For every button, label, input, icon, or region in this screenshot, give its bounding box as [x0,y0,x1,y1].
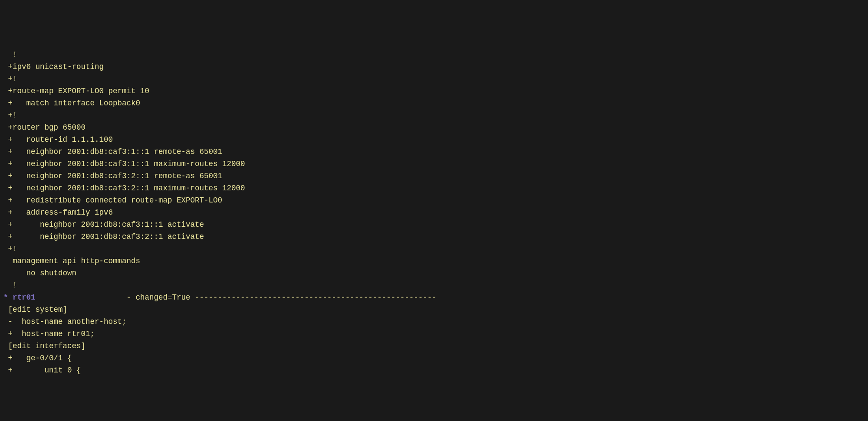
terminal-text-segment: + neighbor 2001:db8:caf3:1::1 activate [3,220,204,229]
terminal-text-segment: ! [3,281,17,290]
terminal-line: + ge-0/0/1 { [3,352,865,364]
terminal-text-segment: + neighbor 2001:db8:caf3:2::1 remote-as … [3,172,222,180]
terminal-text-segment: + ge-0/0/1 { [3,354,72,362]
terminal-line: [edit system] [3,304,865,316]
terminal-line: +! [3,109,865,121]
terminal-text-segment: + neighbor 2001:db8:caf3:1::1 remote-as … [3,147,222,156]
terminal-line: management api http-commands [3,255,865,267]
terminal-text-segment: +! [3,75,17,83]
terminal-line: +router bgp 65000 [3,121,865,134]
terminal-text-segment: * [3,293,13,302]
terminal-line: + router-id 1.1.1.100 [3,134,865,146]
terminal-text-segment: ! [3,50,17,59]
terminal-text-segment: - host-name another-host; [3,317,127,326]
terminal-line: + host-name rtr01; [3,328,865,340]
terminal-line: +route-map EXPORT-LO0 permit 10 [3,85,865,97]
terminal-text-segment: + redistribute connected route-map EXPOR… [3,196,222,205]
terminal-line: + redistribute connected route-map EXPOR… [3,194,865,206]
terminal-text-segment: +router bgp 65000 [3,123,85,132]
terminal-text-segment: rtr01 [13,293,36,302]
terminal-line: [edit interfaces] [3,340,865,352]
terminal-text-segment: +! [3,111,17,120]
terminal-line: + neighbor 2001:db8:caf3:1::1 activate [3,219,865,231]
terminal-line: ! [3,49,865,61]
terminal-text-segment: +route-map EXPORT-LO0 permit 10 [3,87,149,95]
terminal-line: +ipv6 unicast-routing [3,61,865,73]
terminal-output[interactable]: ! +ipv6 unicast-routing +! +route-map EX… [0,49,868,376]
terminal-text-segment: + router-id 1.1.1.100 [3,135,113,144]
terminal-text-segment: no shutdown [3,269,76,277]
terminal-text-segment: [edit interfaces] [3,342,85,350]
terminal-text-segment: +! [3,245,17,253]
terminal-text-segment: + address-family ipv6 [3,208,113,217]
terminal-line: + match interface Loopback0 [3,97,865,109]
terminal-text-segment: + neighbor 2001:db8:caf3:2::1 maximum-ro… [3,184,245,193]
terminal-text-segment: - changed=True -------------------------… [36,293,437,302]
terminal-line: +! [3,243,865,255]
terminal-text-segment: + match interface Loopback0 [3,99,140,108]
terminal-text-segment: + neighbor 2001:db8:caf3:1::1 maximum-ro… [3,160,245,168]
terminal-line: - host-name another-host; [3,316,865,328]
terminal-text-segment: + host-name rtr01; [3,330,95,338]
terminal-text-segment: + unit 0 { [3,366,81,375]
terminal-text-segment: + neighbor 2001:db8:caf3:2::1 activate [3,232,204,241]
terminal-text-segment: +ipv6 unicast-routing [3,62,104,71]
terminal-line: + neighbor 2001:db8:caf3:1::1 remote-as … [3,146,865,158]
terminal-text-segment: management api http-commands [3,257,140,265]
terminal-line: + neighbor 2001:db8:caf3:2::1 maximum-ro… [3,182,865,194]
terminal-line: + neighbor 2001:db8:caf3:2::1 activate [3,231,865,243]
terminal-line: no shutdown [3,267,865,279]
terminal-line: +! [3,73,865,85]
terminal-line: * rtr01 - changed=True -----------------… [3,291,865,304]
terminal-line: + neighbor 2001:db8:caf3:2::1 remote-as … [3,170,865,182]
terminal-line: + unit 0 { [3,364,865,376]
terminal-line: + neighbor 2001:db8:caf3:1::1 maximum-ro… [3,158,865,170]
terminal-line: ! [3,279,865,291]
terminal-text-segment: [edit system] [3,305,67,314]
terminal-line: + address-family ipv6 [3,206,865,219]
